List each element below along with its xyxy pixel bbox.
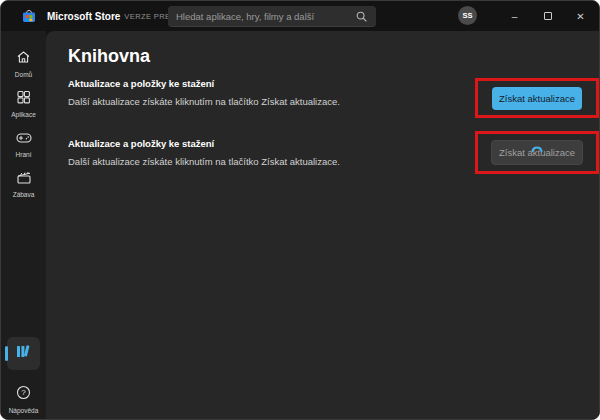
- microsoft-store-window: Microsoft Store VERZE PREVIEW SS – ✕: [0, 0, 600, 420]
- svg-text:?: ?: [21, 388, 26, 397]
- sidebar-item-gaming[interactable]: Hraní: [1, 124, 46, 164]
- sidebar-item-label: Zábava: [13, 191, 35, 198]
- library-page: Knihovna Aktualizace a položky ke stažen…: [46, 31, 599, 420]
- sidebar-item-label: Hraní: [16, 151, 32, 158]
- sidebar-item-home[interactable]: Domů: [1, 44, 46, 84]
- app-title: Microsoft Store: [47, 11, 120, 22]
- updates-section: Aktualizace a položky ke stažení Další a…: [68, 138, 340, 167]
- gaming-icon: [16, 130, 32, 148]
- sidebar-item-label: Domů: [15, 71, 32, 78]
- get-updates-button[interactable]: Získat aktualizace: [492, 87, 582, 110]
- titlebar: Microsoft Store VERZE PREVIEW SS – ✕: [1, 1, 599, 31]
- entertainment-icon: [16, 170, 32, 188]
- search-input[interactable]: [168, 11, 356, 22]
- section-heading: Aktualizace a položky ke stažení: [68, 78, 340, 89]
- apps-icon: [16, 90, 31, 108]
- updates-section: Aktualizace a položky ke stažení Další a…: [68, 78, 340, 107]
- close-button[interactable]: ✕: [564, 1, 597, 31]
- store-logo-icon: [21, 8, 37, 24]
- sidebar-item-label: Nápověda: [9, 407, 39, 414]
- section-description: Další aktualizace získáte kliknutím na t…: [68, 96, 340, 107]
- search-box[interactable]: [168, 6, 376, 27]
- active-indicator: [5, 346, 8, 361]
- red-annotation-box: Získat aktualizace: [475, 131, 599, 174]
- sidebar-item-entertainment[interactable]: Zábava: [1, 164, 46, 204]
- section-heading: Aktualizace a položky ke stažení: [68, 138, 340, 149]
- sidebar-item-apps[interactable]: Aplikace: [1, 84, 46, 124]
- sidebar-item-help[interactable]: ? Nápověda: [1, 385, 46, 414]
- sidebar-item-label: Aplikace: [11, 111, 36, 118]
- library-icon: [15, 344, 32, 363]
- get-updates-button-loading: Získat aktualizace: [491, 140, 583, 165]
- maximize-icon: [544, 12, 552, 20]
- page-title: Knihovna: [68, 46, 150, 67]
- sidebar-item-library-active[interactable]: [7, 337, 40, 370]
- red-annotation-box: Získat aktualizace: [475, 78, 599, 118]
- sidebar: Domů Aplikace: [1, 31, 46, 420]
- search-icon[interactable]: [356, 11, 367, 22]
- help-icon: ?: [16, 385, 31, 404]
- maximize-button[interactable]: [531, 1, 564, 31]
- account-avatar[interactable]: SS: [458, 6, 477, 25]
- minimize-button[interactable]: –: [498, 1, 531, 31]
- section-description: Další aktualizace získáte kliknutím na t…: [68, 156, 340, 167]
- home-icon: [16, 50, 31, 68]
- window-controls: – ✕: [498, 1, 597, 31]
